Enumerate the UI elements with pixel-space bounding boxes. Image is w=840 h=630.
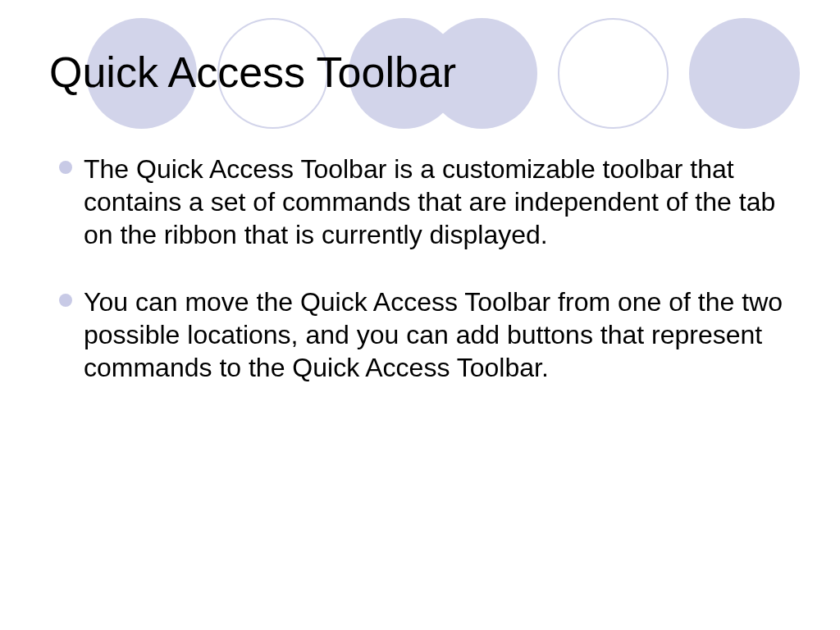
slide-title: Quick Access Toolbar: [49, 48, 791, 97]
bullet-list: The Quick Access Toolbar is a customizab…: [49, 153, 791, 384]
bullet-item: You can move the Quick Access Toolbar fr…: [49, 285, 791, 384]
bullet-item: The Quick Access Toolbar is a customizab…: [49, 153, 791, 251]
slide-content: Quick Access Toolbar The Quick Access To…: [0, 0, 840, 384]
